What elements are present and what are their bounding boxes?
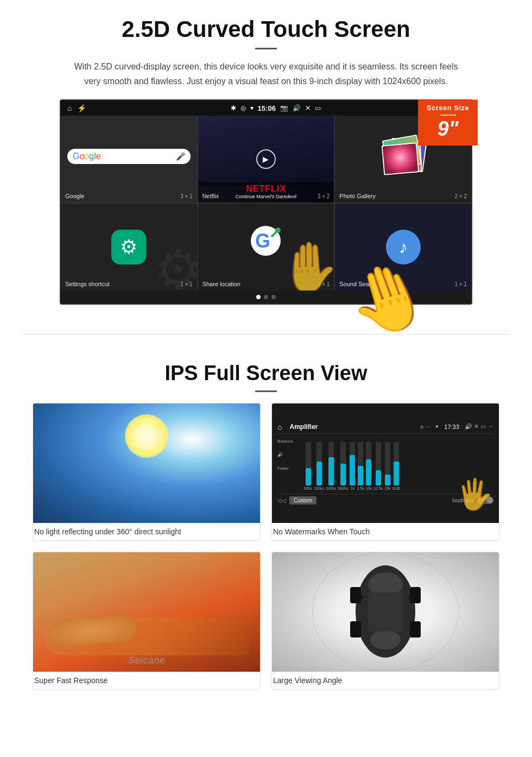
amp-bar-sub[interactable]: SUB	[392, 442, 400, 490]
sunlight-image	[33, 403, 260, 523]
home-icon[interactable]: ⌂	[67, 104, 72, 112]
netflix-app-cell[interactable]: ▶ NETFLIX Continue Marvel's Daredevil Ne…	[198, 116, 334, 203]
sunlight-caption: No light reflecting under 360° direct su…	[33, 523, 260, 540]
cheetah-caption: Super Fast Response	[33, 672, 260, 689]
maps-icon: G	[251, 226, 281, 256]
amp-prev-icon: ◁◁	[277, 497, 286, 503]
cheetah-card: Seicane Super Fast Response	[33, 552, 261, 690]
svg-rect-12	[350, 621, 361, 638]
music-note-icon: ♪	[399, 237, 408, 257]
status-bar: ⌂ ⚡ ✱ ◎ ▾ 15:06 📷 🔊 ✕ ▭	[61, 100, 471, 116]
sound-search-cell[interactable]: ♪ Sound Search 1 × 1	[335, 204, 471, 291]
amp-menu-icon: ≡ ···	[420, 424, 430, 430]
svg-point-3	[275, 228, 281, 233]
volume-icon: 🔊	[293, 104, 301, 112]
amp-bar-500hz[interactable]: 500hz	[338, 442, 348, 490]
google-app-cell[interactable]: Google 🎤 Google 3 × 1	[61, 116, 197, 203]
amp-custom-button[interactable]: Custom	[289, 496, 316, 504]
amp-title: Amplifier	[289, 423, 416, 431]
settings-app-cell[interactable]: ⚙ ⚙ Settings shortcut 1 × 1	[61, 204, 197, 291]
title-divider	[255, 48, 277, 49]
status-time: 15:06	[258, 104, 276, 112]
window-icon: ▭	[315, 104, 321, 112]
sound-search-label: Sound Search	[339, 281, 377, 287]
bluetooth-icon: ✱	[231, 104, 236, 112]
car-caption: Large Viewing Angle	[272, 672, 499, 689]
settings-grid-size: 1 × 1	[180, 281, 193, 287]
amplifier-caption: No Watermarks When Touch	[272, 523, 499, 540]
share-location-cell[interactable]: G 🤚 Share location 1 × 1	[198, 204, 334, 291]
microphone-icon[interactable]: 🎤	[176, 152, 185, 161]
dot-2	[264, 295, 268, 299]
amplifier-image: ⌂ Amplifier ≡ ··· ▾ 17:33 🔊 ✕ ▭ → Balanc…	[272, 403, 499, 523]
share-location-grid: 1 × 1	[318, 281, 330, 287]
sound-circle: ♪	[386, 230, 421, 264]
amp-header: ⌂ Amplifier ≡ ··· ▾ 17:33 🔊 ✕ ▭ →	[277, 422, 493, 434]
amp-label-fader: Fader	[277, 466, 296, 471]
wifi-icon: ▾	[250, 104, 254, 112]
amp-bar-15k[interactable]: 15k	[384, 442, 390, 490]
cheetah-image: Seicane	[33, 552, 260, 672]
google-app-label: Google	[65, 193, 84, 199]
usb-icon: ⚡	[77, 104, 86, 112]
google-search-bar[interactable]: Google 🎤	[67, 149, 191, 164]
amp-controls: 🔊 ✕ ▭ →	[465, 423, 493, 430]
section-curved-screen: 2.5D Curved Touch Screen With 2.5D curve…	[0, 0, 532, 318]
badge-divider	[440, 115, 456, 116]
amp-bar-12-5k[interactable]: 12.5k	[373, 442, 383, 490]
svg-text:G: G	[255, 230, 270, 252]
screen-mockup-wrapper: Screen Size 9" ⌂ ⚡ ✱ ◎ ▾ 15:06 📷 🔊 ✕	[60, 99, 472, 305]
sound-search-grid: 1 × 1	[454, 281, 467, 287]
svg-point-6	[370, 630, 401, 649]
badge-size: 9"	[421, 118, 474, 139]
status-center: ✱ ◎ ▾ 15:06 📷 🔊 ✕ ▭	[86, 104, 465, 112]
amp-bar-1k[interactable]: 1k	[350, 442, 355, 490]
amp-labels: Balance 🔊 Fader	[277, 436, 296, 490]
play-button[interactable]: ▶	[256, 149, 276, 169]
google-grid-size: 3 × 1	[180, 193, 193, 199]
amp-time: 17:33	[444, 424, 459, 430]
settings-icon-circle: ⚙	[111, 230, 146, 264]
share-location-label: Share location	[202, 281, 240, 287]
netflix-grid-size: 3 × 2	[318, 193, 330, 199]
amp-bar-2-5k[interactable]: 2.5k	[357, 442, 364, 490]
google-logo: Google	[73, 152, 101, 161]
amp-home-icon: ⌂	[277, 422, 282, 431]
feature-image-grid: No light reflecting under 360° direct su…	[33, 403, 499, 690]
dot-3	[271, 295, 276, 299]
netflix-logo: NETFLIX	[202, 184, 330, 194]
netflix-app-label: Netflix	[202, 193, 219, 199]
location-icon: ◎	[240, 104, 246, 112]
camera-icon: 📷	[280, 104, 288, 112]
amp-bar-10k[interactable]: 10k	[366, 442, 372, 490]
amp-hand-icon: 🖐	[456, 477, 493, 512]
amp-wifi-icon: ▾	[435, 423, 439, 430]
netflix-subtitle: Continue Marvel's Daredevil	[202, 194, 330, 199]
sunlight-card: No light reflecting under 360° direct su…	[33, 403, 261, 541]
section2-divider	[255, 390, 277, 392]
dot-1	[256, 295, 261, 299]
section-divider	[22, 334, 510, 335]
car-illustration	[345, 557, 426, 667]
page-indicator	[61, 291, 471, 304]
amp-bar-60hz[interactable]: 60hz	[304, 442, 312, 490]
screen-size-badge: Screen Size 9"	[418, 99, 478, 146]
settings-gear-icon: ⚙	[120, 236, 137, 258]
app-grid: Google 🎤 Google 3 × 1 ▶	[61, 116, 471, 291]
section2-title: IPS Full Screen View	[33, 362, 499, 385]
svg-rect-7	[368, 592, 403, 632]
gallery-app-label: Photo Gallery	[339, 193, 376, 199]
flower-photo	[381, 143, 419, 175]
section1-description: With 2.5D curved-display screen, this de…	[71, 59, 461, 89]
amp-bar-100hz[interactable]: 100hz	[314, 442, 324, 490]
close-icon: ✕	[305, 104, 311, 112]
netflix-overlay: NETFLIX Continue Marvel's Daredevil	[198, 182, 334, 203]
badge-title: Screen Size	[421, 104, 474, 112]
car-image	[272, 552, 499, 672]
gallery-grid-size: 2 × 2	[454, 193, 467, 199]
section-ips-screen: IPS Full Screen View No light reflecting…	[0, 351, 532, 706]
car-top-view-svg	[345, 557, 426, 666]
seicane-watermark: Seicane	[128, 655, 165, 666]
amp-bar-200hz[interactable]: 200hz	[326, 442, 336, 490]
svg-rect-13	[410, 621, 421, 638]
